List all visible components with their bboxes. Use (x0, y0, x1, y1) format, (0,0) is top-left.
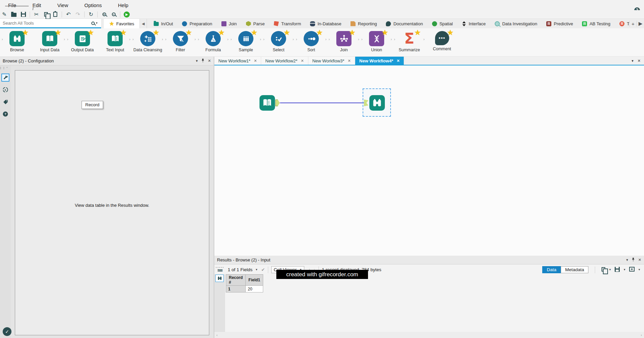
close-tab-icon[interactable]: ✕ (254, 59, 257, 63)
open-new-window-icon[interactable] (629, 267, 635, 273)
metadata-view-button[interactable]: Metadata (561, 266, 588, 273)
text-input-node[interactable] (259, 95, 275, 111)
paste-icon[interactable] (52, 11, 59, 18)
scroll-categories-left-icon[interactable]: ◀ (140, 19, 147, 28)
save-results-icon[interactable] (615, 267, 620, 273)
pane-dropdown-icon[interactable]: ▾ (626, 258, 628, 262)
scroll-right-icon[interactable]: › (641, 333, 642, 337)
category-tab-indatabase[interactable]: In-Database (310, 21, 341, 26)
tabbar-dropdown-icon[interactable]: ▾ (632, 59, 634, 63)
workflow-tab-4-active[interactable]: New Workflow4*✕ (355, 57, 404, 65)
scroll-categories-right-icon[interactable]: ▶ (637, 21, 644, 27)
palette-tool-output-data[interactable]: › ★ Output Data (66, 28, 99, 57)
menu-view[interactable]: View (49, 1, 76, 9)
favorite-star-icon[interactable]: ★ (22, 29, 29, 36)
category-tab-data-investigation[interactable]: Data Investigation (495, 21, 537, 26)
favorite-star-icon[interactable]: ★ (316, 29, 323, 36)
category-tab-transform[interactable]: Transform (274, 21, 301, 26)
category-tab-preparation[interactable]: Preparation (182, 21, 212, 26)
annotation-tag-tab[interactable] (1, 98, 9, 106)
chevron-down-icon[interactable]: ▼ (623, 268, 626, 271)
menu-edit[interactable]: Edit (24, 1, 49, 9)
menu-help[interactable]: Help (110, 1, 136, 9)
strip-grip-handle[interactable]: • • • • • (0, 67, 11, 69)
palette-tool-browse[interactable]: › ★ Browse (1, 28, 33, 57)
category-tab-spatial[interactable]: Spatial (432, 21, 453, 26)
menu-options[interactable]: Options (76, 1, 110, 9)
zoom-in-icon[interactable]: + (100, 11, 108, 18)
category-tab-parse[interactable]: Parse (246, 21, 265, 26)
apply-check-icon[interactable]: ✔ (261, 267, 265, 272)
fields-dropdown-icon[interactable]: ▼ (255, 268, 258, 271)
workflow-tab-1[interactable]: New Workflow1*✕ (214, 57, 261, 65)
redo-icon[interactable]: ↷ (74, 11, 82, 18)
configuration-wrench-tab[interactable] (1, 74, 9, 82)
pane-pin-icon[interactable] (201, 58, 205, 63)
palette-tool-union[interactable]: › ★ › Union (360, 28, 393, 57)
palette-tool-comment[interactable]: ••• ★ Comment (426, 28, 458, 57)
category-tab-reporting[interactable]: Reporting (350, 21, 377, 26)
open-icon[interactable] (10, 11, 18, 18)
category-tab-time-series[interactable]: RTime Serie (619, 21, 629, 26)
column-header-field1[interactable]: Field1 (246, 275, 263, 286)
favorite-star-icon[interactable]: ★ (349, 29, 356, 36)
favorite-star-icon[interactable]: ★ (87, 29, 94, 36)
favorite-star-icon[interactable]: ★ (251, 29, 257, 36)
pane-dropdown-icon[interactable]: ▾ (196, 59, 198, 63)
favorite-star-icon[interactable]: ★ (414, 29, 421, 36)
output-anchor[interactable] (275, 100, 280, 106)
column-header-record[interactable]: Record # (226, 275, 246, 286)
palette-tool-sort[interactable]: › ★ › Sort (295, 28, 328, 57)
connection-line[interactable] (280, 103, 364, 103)
workflow-tab-3[interactable]: New Workflow3*✕ (308, 57, 355, 65)
pane-close-icon[interactable]: ✕ (208, 59, 211, 63)
palette-tool-summarize[interactable]: › Σ ★ › Summarize (393, 28, 426, 57)
workflow-tab-2[interactable]: New Workflow2*✕ (261, 57, 308, 65)
copy-results-icon[interactable] (602, 267, 605, 273)
palette-tool-join[interactable]: › ★ › Join (328, 28, 360, 57)
close-tab-icon[interactable]: ✕ (397, 59, 400, 63)
palette-tool-formula[interactable]: › ★ › Formula (197, 28, 229, 57)
help-tab[interactable]: ? (1, 110, 9, 118)
navigation-tab[interactable] (1, 86, 9, 94)
copy-icon[interactable] (42, 11, 50, 18)
category-tab-predictive[interactable]: RPredictive (546, 21, 573, 26)
favorite-star-icon[interactable]: ★ (381, 29, 388, 36)
palette-tool-data-cleansing[interactable]: › ★ › Data Cleansing (131, 28, 164, 57)
results-horizontal-scrollbar[interactable]: ‹ › (214, 332, 644, 338)
new-workflow-icon[interactable]: ✎ (1, 11, 8, 18)
refresh-icon[interactable]: ↻ (87, 11, 95, 18)
category-tab-ab-testing[interactable]: RAB Testing (582, 21, 610, 26)
palette-tool-filter[interactable]: › ★ › Filter (164, 28, 197, 57)
category-tab-interface[interactable]: Interface (462, 21, 486, 26)
category-tab-favorites[interactable]: ★ Favorites (104, 19, 140, 28)
zoom-out-icon[interactable]: − (110, 11, 117, 18)
palette-tool-input-data[interactable]: ★ › Input Data (33, 28, 66, 57)
menu-file[interactable]: File (0, 1, 24, 9)
favorite-star-icon[interactable]: ★ (153, 29, 159, 36)
category-tab-inout[interactable]: In/Out (154, 21, 173, 26)
save-icon[interactable] (20, 11, 27, 18)
add-category-button[interactable]: + (629, 21, 637, 27)
pane-pin-icon[interactable] (632, 257, 635, 262)
chevron-down-icon[interactable]: ▼ (609, 268, 611, 271)
search-input[interactable] (0, 19, 88, 28)
palette-tool-text-input[interactable]: ★ › Text Input (99, 28, 131, 57)
field1-value-cell[interactable]: 20 (246, 286, 263, 292)
browse-mini-icon[interactable] (215, 275, 224, 282)
favorite-star-icon[interactable]: ★ (120, 29, 127, 36)
cut-icon[interactable]: ✂ (33, 11, 40, 18)
palette-tool-sample[interactable]: › ★ › Sample (229, 28, 262, 57)
scroll-left-icon[interactable]: ‹ (216, 333, 218, 337)
category-tab-documentation[interactable]: Documentation (386, 21, 423, 26)
pane-close-icon[interactable]: ✕ (638, 258, 641, 262)
results-menu-icon[interactable]: ≔ (217, 268, 223, 273)
category-tab-join[interactable]: Join (221, 21, 237, 26)
favorite-star-icon[interactable]: ★ (185, 29, 192, 36)
undo-icon[interactable]: ↶ (65, 11, 72, 18)
close-tab-icon[interactable]: ✕ (301, 59, 304, 63)
favorite-star-icon[interactable]: ★ (283, 29, 290, 36)
favorite-star-icon[interactable]: ★ (55, 29, 61, 36)
close-tab-icon[interactable]: ✕ (348, 59, 351, 63)
chevron-down-icon[interactable]: ▼ (638, 268, 641, 271)
